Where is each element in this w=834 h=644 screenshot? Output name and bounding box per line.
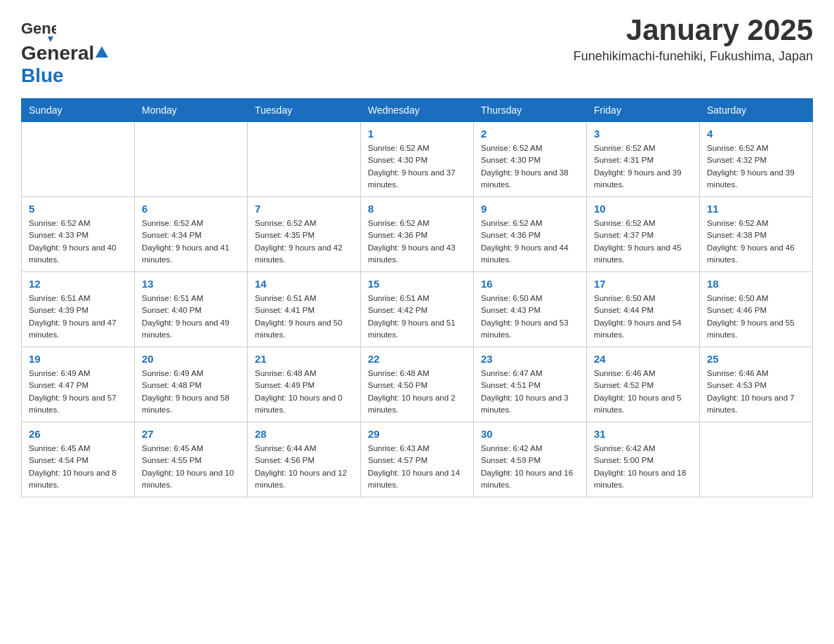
day-info: Sunrise: 6:46 AMSunset: 4:52 PMDaylight:… [594,368,692,416]
day-number: 15 [368,278,466,290]
calendar-cell: 26Sunrise: 6:45 AMSunset: 4:54 PMDayligh… [22,422,135,497]
day-number: 5 [29,203,127,215]
day-info: Sunrise: 6:42 AMSunset: 5:00 PMDaylight:… [594,443,692,491]
calendar-title: January 2025 [574,14,813,46]
calendar-week-row: 1Sunrise: 6:52 AMSunset: 4:30 PMDaylight… [22,122,813,197]
calendar-cell: 10Sunrise: 6:52 AMSunset: 4:37 PMDayligh… [587,197,700,272]
day-number: 23 [481,353,579,365]
calendar-cell: 15Sunrise: 6:51 AMSunset: 4:42 PMDayligh… [361,272,474,347]
calendar-cell: 9Sunrise: 6:52 AMSunset: 4:36 PMDaylight… [474,197,587,272]
day-number: 12 [29,278,127,290]
calendar-table: Sunday Monday Tuesday Wednesday Thursday… [21,98,813,497]
day-info: Sunrise: 6:45 AMSunset: 4:55 PMDaylight:… [142,443,240,491]
calendar-cell [248,122,361,197]
day-info: Sunrise: 6:52 AMSunset: 4:34 PMDaylight:… [142,217,240,266]
day-info: Sunrise: 6:46 AMSunset: 4:53 PMDaylight:… [707,368,805,416]
calendar-cell: 25Sunrise: 6:46 AMSunset: 4:53 PMDayligh… [700,347,813,422]
day-number: 13 [142,278,240,290]
svg-marker-1 [48,36,53,42]
calendar-cell: 20Sunrise: 6:49 AMSunset: 4:48 PMDayligh… [135,347,248,422]
day-info: Sunrise: 6:51 AMSunset: 4:39 PMDaylight:… [29,293,127,341]
day-info: Sunrise: 6:51 AMSunset: 4:40 PMDaylight:… [142,293,240,341]
day-number: 9 [481,203,579,215]
calendar-cell: 11Sunrise: 6:52 AMSunset: 4:38 PMDayligh… [700,197,813,272]
day-info: Sunrise: 6:51 AMSunset: 4:41 PMDaylight:… [255,293,353,341]
calendar-week-row: 12Sunrise: 6:51 AMSunset: 4:39 PMDayligh… [22,272,813,347]
calendar-cell: 2Sunrise: 6:52 AMSunset: 4:30 PMDaylight… [474,122,587,197]
day-info: Sunrise: 6:52 AMSunset: 4:38 PMDaylight:… [707,217,805,266]
calendar-cell: 31Sunrise: 6:42 AMSunset: 5:00 PMDayligh… [587,422,700,497]
logo-blue-text: Blue [21,65,64,86]
calendar-cell: 6Sunrise: 6:52 AMSunset: 4:34 PMDaylight… [135,197,248,272]
calendar-cell: 28Sunrise: 6:44 AMSunset: 4:56 PMDayligh… [248,422,361,497]
day-info: Sunrise: 6:50 AMSunset: 4:44 PMDaylight:… [594,293,692,341]
day-info: Sunrise: 6:52 AMSunset: 4:31 PMDaylight:… [594,142,692,191]
day-info: Sunrise: 6:52 AMSunset: 4:37 PMDaylight:… [594,217,692,266]
calendar-cell: 8Sunrise: 6:52 AMSunset: 4:36 PMDaylight… [361,197,474,272]
calendar-cell: 14Sunrise: 6:51 AMSunset: 4:41 PMDayligh… [248,272,361,347]
calendar-cell: 17Sunrise: 6:50 AMSunset: 4:44 PMDayligh… [587,272,700,347]
calendar-week-row: 26Sunrise: 6:45 AMSunset: 4:54 PMDayligh… [22,422,813,497]
calendar-cell: 18Sunrise: 6:50 AMSunset: 4:46 PMDayligh… [700,272,813,347]
day-info: Sunrise: 6:48 AMSunset: 4:50 PMDaylight:… [368,368,466,416]
day-number: 1 [368,128,466,140]
day-number: 2 [481,128,579,140]
calendar-cell: 22Sunrise: 6:48 AMSunset: 4:50 PMDayligh… [361,347,474,422]
calendar-header-row: Sunday Monday Tuesday Wednesday Thursday… [22,99,813,122]
calendar-cell: 23Sunrise: 6:47 AMSunset: 4:51 PMDayligh… [474,347,587,422]
calendar-cell: 4Sunrise: 6:52 AMSunset: 4:32 PMDaylight… [700,122,813,197]
day-number: 25 [707,353,805,365]
day-info: Sunrise: 6:45 AMSunset: 4:54 PMDaylight:… [29,443,127,491]
calendar-cell [135,122,248,197]
col-friday: Friday [587,99,700,122]
day-info: Sunrise: 6:44 AMSunset: 4:56 PMDaylight:… [255,443,353,491]
day-info: Sunrise: 6:43 AMSunset: 4:57 PMDaylight:… [368,443,466,491]
logo: General General Blue [21,14,110,87]
day-info: Sunrise: 6:52 AMSunset: 4:36 PMDaylight:… [481,217,579,266]
col-monday: Monday [135,99,248,122]
page-header: General General Blue January 2025 Funehi… [21,14,813,87]
day-number: 19 [29,353,127,365]
day-number: 3 [594,128,692,140]
day-number: 10 [594,203,692,215]
day-number: 17 [594,278,692,290]
day-number: 8 [368,203,466,215]
day-info: Sunrise: 6:52 AMSunset: 4:36 PMDaylight:… [368,217,466,266]
day-number: 4 [707,128,805,140]
calendar-cell: 5Sunrise: 6:52 AMSunset: 4:33 PMDaylight… [22,197,135,272]
day-info: Sunrise: 6:47 AMSunset: 4:51 PMDaylight:… [481,368,579,416]
day-number: 29 [368,428,466,440]
col-tuesday: Tuesday [248,99,361,122]
day-info: Sunrise: 6:50 AMSunset: 4:43 PMDaylight:… [481,293,579,341]
calendar-cell: 13Sunrise: 6:51 AMSunset: 4:40 PMDayligh… [135,272,248,347]
calendar-subtitle: Funehikimachi-funehiki, Fukushima, Japan [574,49,813,64]
day-number: 24 [594,353,692,365]
calendar-week-row: 19Sunrise: 6:49 AMSunset: 4:47 PMDayligh… [22,347,813,422]
day-info: Sunrise: 6:52 AMSunset: 4:30 PMDaylight:… [481,142,579,191]
calendar-cell: 3Sunrise: 6:52 AMSunset: 4:31 PMDaylight… [587,122,700,197]
day-number: 28 [255,428,353,440]
day-number: 16 [481,278,579,290]
calendar-cell: 27Sunrise: 6:45 AMSunset: 4:55 PMDayligh… [135,422,248,497]
calendar-cell: 16Sunrise: 6:50 AMSunset: 4:43 PMDayligh… [474,272,587,347]
logo-triangle-icon [95,46,108,58]
day-number: 7 [255,203,353,215]
title-block: January 2025 Funehikimachi-funehiki, Fuk… [574,14,813,64]
calendar-week-row: 5Sunrise: 6:52 AMSunset: 4:33 PMDaylight… [22,197,813,272]
logo-general-text: General [21,42,94,65]
day-number: 30 [481,428,579,440]
calendar-cell [700,422,813,497]
calendar-cell: 1Sunrise: 6:52 AMSunset: 4:30 PMDaylight… [361,122,474,197]
calendar-cell: 7Sunrise: 6:52 AMSunset: 4:35 PMDaylight… [248,197,361,272]
day-info: Sunrise: 6:42 AMSunset: 4:59 PMDaylight:… [481,443,579,491]
calendar-cell [22,122,135,197]
day-info: Sunrise: 6:49 AMSunset: 4:48 PMDaylight:… [142,368,240,416]
day-number: 21 [255,353,353,365]
day-number: 14 [255,278,353,290]
calendar-cell: 12Sunrise: 6:51 AMSunset: 4:39 PMDayligh… [22,272,135,347]
day-number: 11 [707,203,805,215]
calendar-cell: 21Sunrise: 6:48 AMSunset: 4:49 PMDayligh… [248,347,361,422]
calendar-cell: 30Sunrise: 6:42 AMSunset: 4:59 PMDayligh… [474,422,587,497]
day-info: Sunrise: 6:52 AMSunset: 4:32 PMDaylight:… [707,142,805,191]
col-saturday: Saturday [700,99,813,122]
